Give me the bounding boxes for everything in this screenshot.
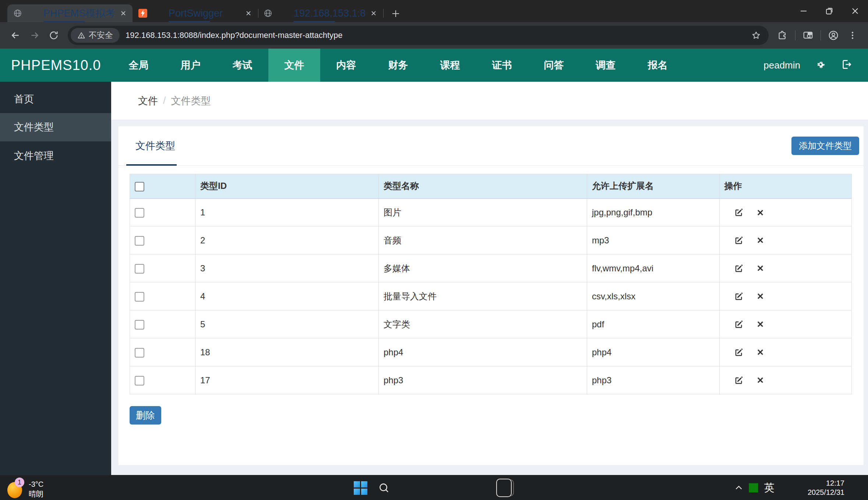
- taskbar-search-icon[interactable]: [378, 475, 390, 500]
- type-id-cell: 1: [195, 198, 379, 226]
- type-id-cell: 5: [195, 310, 379, 338]
- select-all-checkbox[interactable]: [135, 182, 144, 191]
- table-wrap: 类型ID 类型名称 允许上传扩展名 操作: [119, 166, 864, 394]
- type-id-cell: 18: [195, 338, 379, 366]
- window-minimize-button[interactable]: [791, 0, 816, 22]
- logout-icon[interactable]: [841, 59, 853, 72]
- username[interactable]: peadmin: [763, 60, 800, 71]
- nav-item[interactable]: 证书: [476, 49, 528, 82]
- row-checkbox[interactable]: [135, 264, 144, 274]
- delete-x-icon[interactable]: [755, 235, 766, 246]
- row-checkbox[interactable]: [135, 236, 144, 246]
- row-checkbox[interactable]: [135, 208, 144, 218]
- sidebar-item[interactable]: 文件管理: [0, 141, 111, 170]
- type-id-cell: 4: [195, 282, 379, 310]
- row-checkbox[interactable]: [135, 292, 144, 302]
- type-id-cell: 17: [195, 366, 379, 394]
- delete-x-icon[interactable]: [755, 375, 766, 386]
- taskbar-clock[interactable]: 12:17 2025/12/31: [808, 475, 844, 500]
- app-top-nav: PHPEMS10.0 全局 用户 考试 文件 内: [0, 49, 868, 82]
- weather-badge: 1: [15, 478, 24, 487]
- nav-item[interactable]: 问答: [528, 49, 580, 82]
- row-checkbox[interactable]: [135, 348, 144, 358]
- tab-strip: PHPEMS模拟考试系统后台管理: [7, 4, 383, 22]
- new-tab-button[interactable]: [388, 6, 403, 21]
- delete-x-icon[interactable]: [755, 291, 766, 302]
- browser-tab[interactable]: PHPEMS模拟考试系统后台管理: [7, 4, 133, 22]
- sidebar-item-label: 文件类型: [14, 120, 54, 134]
- window-restore-button[interactable]: [816, 0, 842, 22]
- delete-x-icon[interactable]: [755, 347, 766, 358]
- table-row: 17 php3 php3: [130, 366, 852, 394]
- edit-icon[interactable]: [733, 263, 744, 274]
- window-close-button[interactable]: [842, 0, 868, 22]
- nav-item[interactable]: 文件: [268, 49, 320, 82]
- tab-file-types[interactable]: 文件类型: [135, 126, 175, 165]
- add-file-type-button[interactable]: 添加文件类型: [791, 137, 859, 155]
- tab-close-icon[interactable]: [244, 8, 253, 18]
- toolbar-divider: [821, 30, 821, 41]
- taskbar-app-icon[interactable]: [496, 475, 513, 500]
- reload-icon[interactable]: [44, 26, 63, 45]
- sidebar-search-icon[interactable]: [798, 26, 818, 45]
- edit-icon[interactable]: [733, 291, 744, 302]
- delete-button[interactable]: 删除: [130, 406, 161, 425]
- nav-item[interactable]: 内容: [320, 49, 372, 82]
- type-id-cell: 2: [195, 226, 379, 254]
- edit-icon[interactable]: [733, 347, 744, 358]
- browser-tab[interactable]: 192.168.153.1:8088/index.ph: [258, 4, 383, 22]
- row-checkbox-cell: [130, 366, 195, 394]
- tab-title: PHPEMS模拟考试系统后台管理: [43, 4, 116, 22]
- start-button[interactable]: [354, 475, 367, 500]
- nav-item-label: 调查: [596, 59, 616, 72]
- edit-icon[interactable]: [733, 375, 744, 386]
- address-bar[interactable]: 不安全 192.168.153.1:8088/index.php?documen…: [68, 26, 769, 45]
- nav-item-label: 财务: [388, 59, 408, 72]
- back-icon[interactable]: [6, 26, 25, 45]
- nav-item[interactable]: 全局: [113, 49, 165, 82]
- type-name-cell: 批量导入文件: [379, 282, 587, 310]
- operations-cell: [719, 226, 852, 254]
- settings-gear-icon[interactable]: [815, 59, 826, 71]
- card-header: 文件类型 添加文件类型: [119, 126, 864, 166]
- delete-x-icon[interactable]: [755, 319, 766, 330]
- weather-widget[interactable]: 1 -3°C 晴朗: [7, 478, 43, 499]
- row-checkbox-cell: [130, 338, 195, 366]
- nav-item[interactable]: 财务: [372, 49, 424, 82]
- delete-x-icon[interactable]: [755, 263, 766, 274]
- type-id-cell: 3: [195, 254, 379, 282]
- nav-item[interactable]: 调查: [580, 49, 632, 82]
- tray-app-icon[interactable]: [749, 475, 758, 500]
- forward-icon[interactable]: [25, 26, 44, 45]
- extensions-cell: php3: [587, 366, 720, 394]
- row-checkbox[interactable]: [135, 320, 144, 330]
- table-header-cell: 允许上传扩展名: [587, 174, 720, 198]
- app-logo[interactable]: PHPEMS10.0: [11, 49, 107, 82]
- extensions-icon[interactable]: [773, 26, 792, 45]
- url-text[interactable]: 192.168.153.1:8088/index.php?document-ma…: [126, 31, 749, 40]
- sidebar-item[interactable]: 首页: [0, 85, 111, 113]
- tab-close-icon[interactable]: [369, 8, 378, 18]
- sidebar: 首页 文件类型 文件管理: [0, 82, 111, 475]
- nav-item[interactable]: 考试: [216, 49, 268, 82]
- edit-icon[interactable]: [733, 235, 744, 246]
- type-name-cell: php3: [379, 366, 587, 394]
- nav-item[interactable]: 课程: [424, 49, 476, 82]
- breadcrumb-parent[interactable]: 文件: [138, 94, 158, 108]
- edit-icon[interactable]: [733, 319, 744, 330]
- tray-chevron-up-icon[interactable]: [734, 475, 744, 500]
- delete-x-icon[interactable]: [755, 207, 766, 218]
- bookmark-star-icon[interactable]: [749, 28, 763, 43]
- security-chip[interactable]: 不安全: [71, 28, 120, 43]
- edit-icon[interactable]: [733, 207, 744, 218]
- sidebar-item[interactable]: 文件类型: [0, 113, 111, 141]
- nav-item[interactable]: 报名: [632, 49, 684, 82]
- profile-icon[interactable]: [824, 26, 843, 45]
- ime-indicator[interactable]: 英: [764, 475, 775, 500]
- browser-menu-icon[interactable]: [843, 26, 862, 45]
- browser-tab[interactable]: PortSwigger: [133, 4, 258, 22]
- row-checkbox[interactable]: [135, 376, 144, 385]
- nav-item-label: 证书: [492, 59, 512, 72]
- tab-close-icon[interactable]: [119, 8, 128, 18]
- nav-item[interactable]: 用户: [165, 49, 216, 82]
